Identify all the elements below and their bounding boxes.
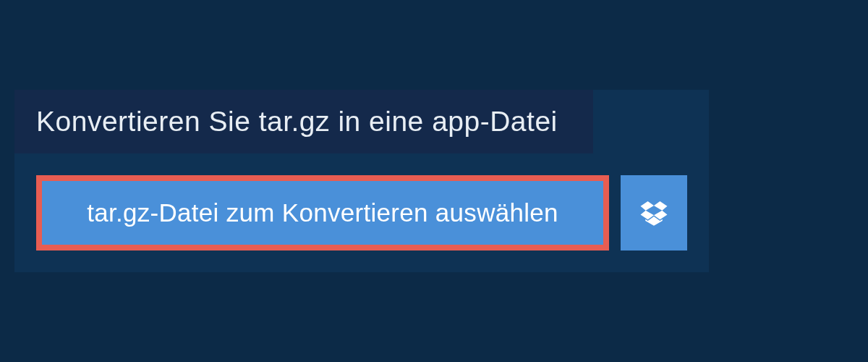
- select-file-button-label: tar.gz-Datei zum Konvertieren auswählen: [87, 198, 558, 227]
- page-title: Konvertieren Sie tar.gz in eine app-Date…: [36, 106, 571, 138]
- select-file-button[interactable]: tar.gz-Datei zum Konvertieren auswählen: [36, 175, 609, 251]
- button-row: tar.gz-Datei zum Konvertieren auswählen: [14, 153, 709, 251]
- converter-panel: Konvertieren Sie tar.gz in eine app-Date…: [14, 90, 709, 272]
- dropbox-icon: [639, 198, 669, 228]
- dropbox-button[interactable]: [621, 175, 687, 251]
- title-bar: Konvertieren Sie tar.gz in eine app-Date…: [14, 90, 593, 153]
